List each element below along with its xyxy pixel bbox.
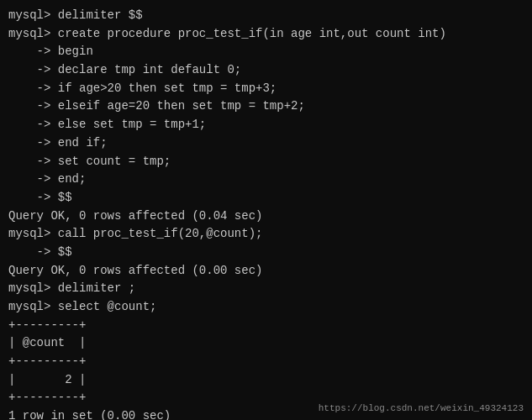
terminal-line: | @count | xyxy=(8,334,524,353)
terminal-line: -> set count = tmp; xyxy=(8,153,524,171)
terminal-line: mysql> select @count; xyxy=(8,298,524,317)
terminal-line: -> declare tmp int default 0; xyxy=(8,61,524,80)
terminal-line: -> elseif age=20 then set tmp = tmp+2; xyxy=(8,97,524,116)
terminal-line: Query OK, 0 rows affected (0.00 sec) xyxy=(8,262,524,281)
terminal-line: mysql> create procedure proc_test_if(in … xyxy=(8,25,524,44)
terminal-line: mysql> delimiter $$ xyxy=(8,7,524,25)
terminal-line: | 2 | xyxy=(8,371,524,390)
terminal-line: mysql> call proc_test_if(20,@count); xyxy=(8,225,524,244)
terminal-line: -> else set tmp = tmp+1; xyxy=(8,116,524,134)
terminal-line: +---------+ xyxy=(8,353,524,371)
terminal-line: -> end if; xyxy=(8,134,524,153)
terminal-line: -> $$ xyxy=(8,189,524,207)
terminal-line: -> if age>20 then set tmp = tmp+3; xyxy=(8,80,524,98)
watermark: https://blog.csdn.net/weixin_49324123 xyxy=(319,403,524,413)
terminal-line: -> end; xyxy=(8,171,524,189)
terminal-window: mysql> delimiter $$mysql> create procedu… xyxy=(0,0,532,420)
terminal-line: -> $$ xyxy=(8,244,524,262)
terminal-line: -> begin xyxy=(8,43,524,61)
terminal-line: mysql> delimiter ; xyxy=(8,280,524,298)
terminal-line: +---------+ xyxy=(8,317,524,335)
terminal-line: Query OK, 0 rows affected (0.04 sec) xyxy=(8,207,524,226)
